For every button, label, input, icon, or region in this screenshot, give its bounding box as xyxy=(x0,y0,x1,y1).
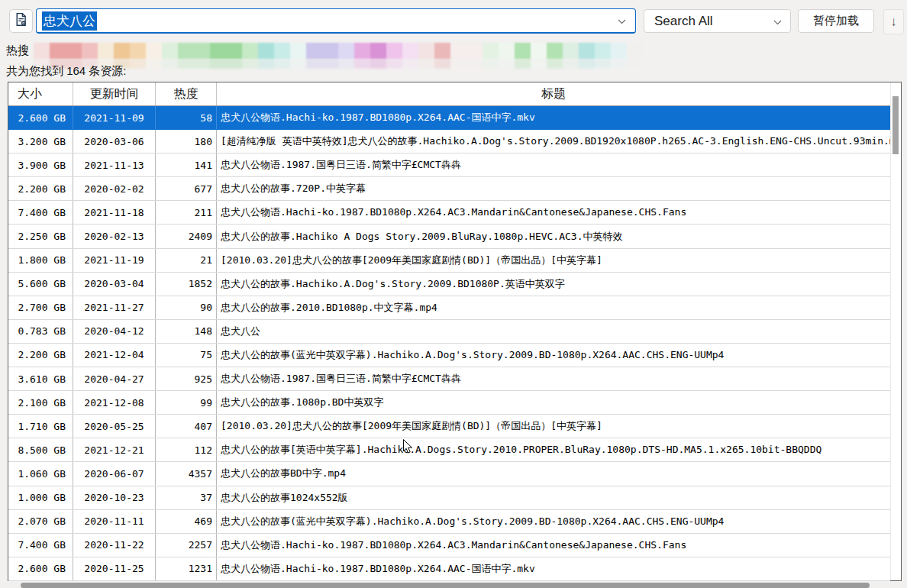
header-size[interactable]: 大小 xyxy=(8,82,73,105)
cell-heat: 58 xyxy=(156,106,217,129)
cell-date: 2020-10-23 xyxy=(73,486,156,509)
hot-search-tag-block xyxy=(194,59,210,69)
table-body: 2.600 GB2021-11-0958忠犬八公物语.Hachi-ko.1987… xyxy=(8,106,890,581)
cell-heat: 21 xyxy=(156,249,217,272)
cell-title: 忠犬八公的故事.Hachiko.A.Dog's.Story.2009.BD108… xyxy=(217,273,890,296)
hot-search-tag-block xyxy=(627,59,643,69)
cell-title: 忠犬八公物语.1987.国粤日三语.简繁中字£CMCT犇犇 xyxy=(217,367,890,390)
table-row[interactable]: 7.400 GB2021-11-18211忠犬八公物语.Hachi-ko.198… xyxy=(8,201,890,225)
table-row[interactable]: 2.070 GB2020-11-11469忠犬八公的故事(蓝光中英双字幕).Ha… xyxy=(8,510,890,534)
hot-search-tag-block xyxy=(258,43,274,59)
search-settings-button[interactable] xyxy=(9,9,33,33)
search-input[interactable]: 忠犬八公 xyxy=(36,8,636,34)
cell-date: 2020-04-12 xyxy=(73,320,156,343)
hot-search-tag-block xyxy=(370,43,386,59)
table-row[interactable]: 2.200 GB2020-02-02677忠犬八公的故事.720P.中英字幕 xyxy=(8,177,890,201)
chevron-down-icon[interactable] xyxy=(618,14,626,27)
hot-search-tag-block xyxy=(130,59,146,69)
hot-search-tags-redacted[interactable] xyxy=(34,43,643,59)
hot-search-tag-block xyxy=(499,59,515,69)
cell-title: 忠犬八公的故事.720P.中英字幕 xyxy=(217,177,890,200)
table-row[interactable]: 1.000 GB2020-10-2337忠犬八公的故事1024x552版 xyxy=(8,486,890,510)
cell-date: 2020-11-25 xyxy=(73,557,156,580)
hot-search-tag-block xyxy=(162,43,178,59)
cell-size: 2.700 GB xyxy=(8,296,73,319)
table-row[interactable]: 3.200 GB2020-03-06180[超清纯净版 英语中英特效]忠犬八公的… xyxy=(8,130,890,153)
table-row[interactable]: 2.600 GB2020-11-251231忠犬八公物语.Hachi-ko.19… xyxy=(8,557,890,581)
table-row[interactable]: 2.600 GB2021-11-0958忠犬八公物语.Hachi-ko.1987… xyxy=(8,106,890,130)
header-date[interactable]: 更新时间 xyxy=(73,82,156,105)
table-row[interactable]: 7.400 GB2020-11-222257忠犬八公物语.Hachi-ko.19… xyxy=(8,534,890,557)
cell-size: 1.710 GB xyxy=(8,415,73,438)
cell-heat: 2409 xyxy=(156,225,217,247)
cell-title: 忠犬八公的故事(蓝光中英双字幕).Hachiko.A.Dog's.Story.2… xyxy=(217,344,890,367)
hot-search-tag-block xyxy=(274,43,290,59)
hot-search-tag-block xyxy=(563,59,579,69)
hot-search-tag-block xyxy=(274,59,290,69)
table-row[interactable]: 2.200 GB2021-12-0475忠犬八公的故事(蓝光中英双字幕).Hac… xyxy=(8,344,890,367)
cell-date: 2021-11-19 xyxy=(73,249,156,272)
cell-date: 2020-03-06 xyxy=(73,130,156,153)
table-row[interactable]: 5.600 GB2020-03-041852忠犬八公的故事.Hachiko.A.… xyxy=(8,273,890,296)
table-row[interactable]: 8.500 GB2021-12-21112忠犬八公的故事[英语中英字幕].Hac… xyxy=(8,438,890,462)
cell-title: 忠犬八公物语.Hachi-ko.1987.BD1080p.X264.AC3.Ma… xyxy=(217,201,890,224)
hot-search-tag-block xyxy=(354,59,370,69)
search-input-selected-text: 忠犬八公 xyxy=(42,11,97,31)
table-row[interactable]: 3.610 GB2020-04-27925忠犬八公物语.1987.国粤日三语.简… xyxy=(8,367,890,391)
hot-search-tag-block xyxy=(418,59,434,69)
header-heat[interactable]: 热度 xyxy=(156,82,217,105)
hot-search-tag-block xyxy=(466,43,483,59)
hot-search-tag-block xyxy=(194,43,210,59)
cell-title: 忠犬八公的故事1024x552版 xyxy=(217,486,890,509)
cell-date: 2021-11-09 xyxy=(73,106,156,129)
results-table: 大小 更新时间 热度 标题 2.600 GB2021-11-0958忠犬八公物语… xyxy=(8,82,902,581)
hot-search-label: 热搜 xyxy=(6,44,29,58)
hot-search-tag-block xyxy=(34,43,50,59)
vertical-scrollbar-thumb[interactable] xyxy=(892,96,899,154)
cell-title: [超清纯净版 英语中英特效]忠犬八公的故事.Hachiko.A.Dog's.St… xyxy=(217,130,890,153)
horizontal-scrollbar-thumb[interactable] xyxy=(21,583,870,588)
cell-size: 2.600 GB xyxy=(8,106,73,129)
cell-title: 忠犬八公的故事BD中字.mp4 xyxy=(217,462,890,485)
vertical-scrollbar[interactable] xyxy=(890,82,901,580)
search-scope-dropdown[interactable]: Search All xyxy=(644,9,791,33)
cell-title: 忠犬八公物语.Hachi-ko.1987.BD1080p.X264.AC3.Ma… xyxy=(217,534,890,557)
table-row[interactable]: 0.783 GB2020-04-12148忠犬八公 xyxy=(8,320,890,344)
hot-search-tag-block xyxy=(242,43,258,59)
hot-search-tag-block xyxy=(210,59,226,69)
table-row[interactable]: 2.700 GB2021-11-2790忠犬八公的故事.2010.BD1080p… xyxy=(8,296,890,320)
hot-search-tag-block xyxy=(595,43,611,59)
download-button[interactable]: ↓ xyxy=(883,9,904,34)
hot-search-tag-block xyxy=(130,43,146,59)
cell-size: 3.610 GB xyxy=(8,367,73,390)
hot-search-tag-block xyxy=(531,59,547,69)
pause-loading-button[interactable]: 暂停加载 xyxy=(798,9,874,33)
cell-title: 忠犬八公物语.Hachi-ko.1987.BD1080p.X264.AAC-国语… xyxy=(217,106,890,129)
hot-search-tag-block xyxy=(563,43,579,59)
table-row[interactable]: 2.250 GB2020-02-132409忠犬八公的故事.Hachiko A … xyxy=(8,225,890,248)
table-row[interactable]: 1.060 GB2020-06-074357忠犬八公的故事BD中字.mp4 xyxy=(8,462,890,486)
table-row[interactable]: 2.100 GB2021-12-0899忠犬八公的故事.1080p.BD中英双字 xyxy=(8,391,890,415)
header-title[interactable]: 标题 xyxy=(217,82,890,105)
hot-search-tag-block xyxy=(402,43,418,59)
table-row[interactable]: 1.800 GB2021-11-1921[2010.03.20]忠犬八公的故事[… xyxy=(8,249,890,273)
hot-search-tag-block xyxy=(595,59,611,69)
hot-search-tag-block xyxy=(50,43,66,59)
hot-search-tag-block xyxy=(370,59,386,69)
cell-size: 2.070 GB xyxy=(8,510,73,533)
hot-search-tag-block xyxy=(547,43,563,59)
hot-search-tag-block xyxy=(354,43,370,59)
hot-search-tag-block xyxy=(178,43,194,59)
cell-heat: 112 xyxy=(156,438,217,461)
file-gear-icon xyxy=(13,11,29,31)
cell-heat: 1231 xyxy=(156,557,217,580)
cell-title: 忠犬八公的故事.1080p.BD中英双字 xyxy=(217,391,890,414)
cell-date: 2021-12-21 xyxy=(73,438,156,461)
cell-size: 2.100 GB xyxy=(8,391,73,414)
cell-size: 1.800 GB xyxy=(8,249,73,272)
table-row[interactable]: 1.710 GB2020-05-25407[2010.03.20]忠犬八公的故事… xyxy=(8,415,890,438)
table-row[interactable]: 3.900 GB2021-11-13141忠犬八公物语.1987.国粤日三语.简… xyxy=(8,153,890,177)
hot-search-tag-block xyxy=(515,43,531,59)
cell-size: 1.000 GB xyxy=(8,486,73,509)
cell-date: 2021-11-13 xyxy=(73,153,156,176)
